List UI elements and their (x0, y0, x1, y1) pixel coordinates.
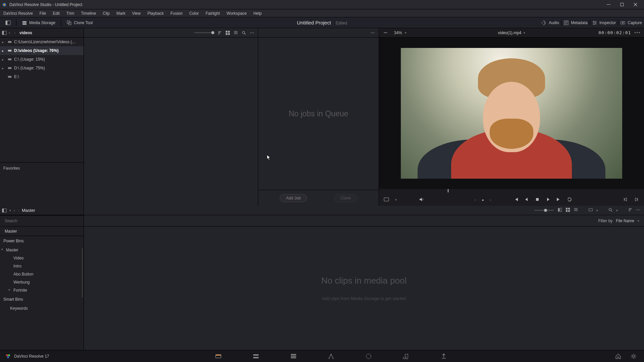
master-row[interactable]: Master (0, 227, 84, 236)
timecode[interactable]: 00:00:02:01 (598, 30, 631, 35)
bin-item[interactable]: Video (0, 254, 84, 262)
chevron-down-icon[interactable]: ▾ (395, 198, 397, 201)
edit-page-icon[interactable] (290, 353, 297, 360)
fairlight-page-icon[interactable] (402, 353, 410, 360)
home-icon[interactable] (614, 353, 622, 360)
sort-icon[interactable] (217, 30, 222, 36)
panel-toggle-icon[interactable] (2, 31, 7, 35)
zoom-label[interactable]: 34% (394, 31, 402, 35)
more-icon[interactable] (636, 207, 641, 213)
jog-back-icon[interactable]: ‹ (475, 198, 476, 202)
media-page-icon[interactable] (215, 353, 222, 360)
viewer-mode-icon[interactable] (384, 197, 389, 203)
deliver-page-icon[interactable] (440, 353, 447, 360)
viewer-scrubber[interactable] (379, 189, 644, 194)
clone-tool-button[interactable]: Clone Tool (64, 17, 95, 28)
thumbnail-view-icon[interactable] (566, 207, 570, 213)
menu-edit[interactable]: Edit (49, 9, 63, 17)
bin-item[interactable]: Intro (0, 262, 84, 270)
smart-bin-item[interactable]: Keywords (0, 304, 84, 312)
browser-body[interactable] (84, 38, 258, 206)
search-input[interactable] (5, 219, 79, 223)
add-job-button[interactable]: Add Job (280, 194, 307, 202)
menu-view[interactable]: View (129, 9, 144, 17)
menu-workspace[interactable]: Workspace (223, 9, 250, 17)
menu-davinci[interactable]: DaVinci Resolve (0, 9, 36, 17)
chevron-down-icon[interactable]: ▾ (638, 219, 639, 223)
loop-icon[interactable] (567, 197, 572, 203)
bin-master[interactable]: Master (0, 246, 84, 254)
nav-forward-icon[interactable]: › (14, 30, 17, 35)
capture-button[interactable]: Capture (618, 17, 644, 28)
list-view-icon[interactable] (233, 30, 238, 36)
nav-forward-icon[interactable]: › (18, 208, 19, 213)
nav-back-icon[interactable]: ‹ (9, 30, 12, 35)
jog-fwd-icon[interactable]: › (490, 198, 491, 202)
search-icon[interactable] (241, 30, 247, 36)
sidebar-toggle-button[interactable] (3, 17, 13, 28)
tree-row[interactable]: E:\ (0, 72, 84, 81)
tree-row[interactable]: ▸C:\ (Usage: 15%) (0, 55, 84, 64)
tree-row[interactable]: ▸D:\ (Usage: 75%) (0, 64, 84, 72)
viewer-filename[interactable]: video(1).mp4▾ (498, 31, 525, 35)
bin-item[interactable]: Fortnite (0, 286, 84, 294)
chevron-down-icon[interactable]: ▾ (405, 31, 407, 35)
panel-toggle-icon[interactable] (2, 208, 7, 213)
media-pool-body[interactable]: No clips in media pool Add clips from Me… (84, 227, 644, 350)
menu-playback[interactable]: Playback (144, 9, 167, 17)
viewer-options-icon[interactable]: ••• (384, 31, 387, 35)
tree-row[interactable]: ▸C:\Users\Lizenznehmer\Videos (... (0, 38, 84, 46)
stop-icon[interactable] (535, 197, 540, 203)
chevron-down-icon[interactable]: ▾ (596, 209, 598, 212)
thumbnail-size-slider[interactable] (534, 210, 554, 211)
metadata-button[interactable]: Metadata (561, 17, 590, 28)
menu-file[interactable]: File (36, 9, 49, 17)
tree-row[interactable]: ▸D:\videos (Usage: 76%) (0, 46, 84, 55)
go-start-icon[interactable] (513, 197, 519, 203)
chevron-down-icon[interactable]: ▾ (616, 209, 618, 212)
inspector-button[interactable]: Inspector (590, 17, 618, 28)
search-icon[interactable] (608, 207, 613, 213)
window-close-button[interactable] (629, 0, 642, 9)
prev-frame-icon[interactable] (524, 197, 529, 203)
mark-in-icon[interactable] (623, 197, 628, 203)
menu-fairlight[interactable]: Fairlight (202, 9, 223, 17)
nav-back-icon[interactable]: ‹ (14, 208, 15, 213)
bin-item[interactable]: Abo Button (0, 270, 84, 278)
jog-dot-icon[interactable]: ● (482, 198, 484, 202)
fusion-page-icon[interactable] (327, 353, 335, 360)
cut-page-icon[interactable] (252, 353, 260, 360)
menu-timeline[interactable]: Timeline (77, 9, 99, 17)
menu-help[interactable]: Help (250, 9, 265, 17)
playhead-marker[interactable] (448, 189, 448, 192)
go-end-icon[interactable] (556, 197, 561, 203)
viewer-more-icon[interactable]: ••• (634, 31, 641, 35)
menu-clip[interactable]: Clip (99, 9, 113, 17)
play-icon[interactable] (545, 197, 551, 203)
media-storage-button[interactable]: Media Storage (20, 17, 57, 28)
more-icon[interactable] (249, 30, 255, 36)
menu-color[interactable]: Color (186, 9, 202, 17)
thumbnail-size-slider[interactable] (194, 32, 214, 33)
filter-value[interactable]: File Name (616, 219, 634, 223)
window-minimize-button[interactable] (602, 0, 615, 9)
bin-item[interactable]: Werbung (0, 278, 84, 286)
sort-options-icon[interactable] (628, 207, 633, 213)
thumbnail-view-icon[interactable] (225, 30, 230, 36)
aspect-icon[interactable] (588, 207, 593, 213)
audio-button[interactable]: Audio (539, 17, 561, 28)
window-maximize-button[interactable] (615, 0, 629, 9)
menu-trim[interactable]: Trim (63, 9, 78, 17)
viewer-body[interactable] (379, 38, 644, 189)
metadata-view-icon[interactable] (557, 207, 562, 213)
menu-fusion[interactable]: Fusion (167, 9, 186, 17)
more-icon[interactable] (370, 30, 375, 36)
mark-out-icon[interactable] (634, 197, 639, 203)
chevron-down-icon[interactable]: ▾ (9, 209, 11, 212)
clone-button[interactable]: Clone (334, 194, 357, 202)
color-page-icon[interactable] (365, 353, 372, 360)
volume-icon[interactable] (419, 197, 424, 203)
menu-mark[interactable]: Mark (113, 9, 129, 17)
list-view-icon[interactable] (574, 207, 578, 213)
gear-icon[interactable] (630, 353, 637, 360)
